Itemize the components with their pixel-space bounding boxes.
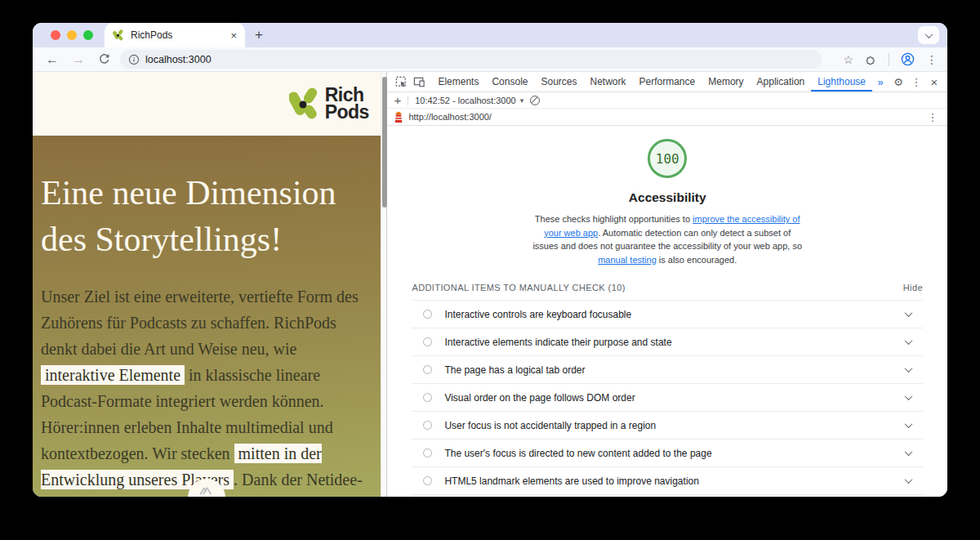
manual-check-row[interactable]: Interactive controls are keyboard focusa… (412, 301, 923, 328)
manual-check-row[interactable]: Visual order on the page follows DOM ord… (412, 384, 923, 412)
paragraph-text: Unser Ziel ist eine erweiterte, vertieft… (41, 288, 359, 358)
description-text: These checks highlight opportunities to (535, 214, 693, 224)
tab-title: RichPods (131, 29, 225, 41)
hide-link[interactable]: Hide (903, 283, 923, 292)
inspect-element-icon[interactable] (392, 72, 410, 91)
description-text: is also encouraged. (657, 255, 737, 265)
report-url: http://localhost:3000/ (408, 112, 492, 122)
manual-checks-header: ADDITIONAL ITEMS TO MANUALLY CHECK (10) (412, 283, 625, 292)
accessibility-score[interactable]: 100 (648, 139, 687, 178)
manual-check-row[interactable]: The page has a logical tab order (412, 356, 923, 384)
device-toolbar-icon[interactable] (410, 72, 428, 91)
devtools-tab-lighthouse[interactable]: Lighthouse (811, 72, 872, 91)
devtools-tab-sources[interactable]: Sources (534, 72, 583, 91)
url-text[interactable]: localhost:3000 (145, 54, 212, 65)
chevron-down-icon[interactable] (905, 337, 913, 345)
manual-check-row[interactable]: User focus is not accidentally trapped i… (412, 412, 923, 440)
devtools-panel: ElementsConsoleSourcesNetworkPerformance… (386, 72, 947, 497)
close-window-button[interactable] (51, 30, 60, 40)
session-caret-icon[interactable]: ▾ (520, 96, 524, 105)
back-button[interactable]: ← (46, 53, 59, 66)
unchecked-radio-icon (423, 449, 432, 457)
more-tabs-icon[interactable]: » (872, 76, 889, 88)
new-tab-button[interactable]: + (255, 27, 263, 47)
clear-reports-icon[interactable] (530, 96, 540, 105)
check-label: Interactive elements indicate their purp… (444, 337, 671, 348)
manual-check-row[interactable]: Interactive elements indicate their purp… (412, 328, 923, 356)
unchecked-radio-icon (423, 365, 432, 374)
check-label: The user's focus is directed to new cont… (444, 448, 711, 459)
devtools-tab-console[interactable]: Console (485, 72, 534, 91)
chevron-down-icon (924, 30, 933, 38)
page-scrollbar[interactable] (381, 72, 387, 497)
window-controls (33, 23, 105, 47)
forward-button[interactable]: → (72, 53, 85, 66)
unchecked-radio-icon (423, 337, 432, 346)
hero-paragraph: Unser Ziel ist eine erweiterte, vertieft… (41, 283, 372, 497)
lighthouse-icon (394, 111, 403, 123)
chevron-down-icon[interactable] (905, 392, 913, 400)
manual-check-row[interactable]: The user's focus is directed to new cont… (412, 440, 923, 467)
category-title: Accessibility (629, 190, 706, 205)
hero-section: Eine neue Dimension des Storytellings! U… (33, 136, 381, 497)
unchecked-radio-icon (423, 421, 432, 430)
address-bar[interactable]: localhost:3000 (120, 50, 822, 69)
logo-wordmark: Rich Pods (325, 87, 369, 121)
browser-menu-icon[interactable]: ⋮ (926, 53, 938, 66)
tab-close-icon[interactable]: × (230, 29, 237, 42)
manual-check-list: Interactive controls are keyboard focusa… (412, 300, 923, 495)
mountains-icon (198, 484, 216, 497)
devtools-tab-performance[interactable]: Performance (633, 72, 702, 91)
session-label[interactable]: 10:42:52 - localhost:3000 (415, 96, 516, 105)
chevron-down-icon[interactable] (905, 448, 913, 456)
devtools-tab-memory[interactable]: Memory (702, 72, 750, 91)
devtools-settings-gear-icon[interactable]: ⚙ (890, 76, 906, 88)
check-label: The page has a logical tab order (444, 364, 585, 376)
devtools-tab-application[interactable]: Application (751, 72, 812, 91)
devtools-close-icon[interactable]: × (926, 75, 942, 89)
minimize-window-button[interactable] (67, 30, 77, 40)
category-description: These checks highlight opportunities to … (531, 212, 804, 266)
unchecked-radio-icon (423, 476, 432, 485)
profile-avatar-icon[interactable] (901, 52, 915, 66)
manual-checks-section: ADDITIONAL ITEMS TO MANUALLY CHECK (10) … (412, 283, 923, 495)
toolbar-separator (889, 53, 889, 66)
chevron-down-icon[interactable] (905, 420, 913, 428)
richpods-logo-icon (289, 85, 322, 123)
manual-check-row[interactable]: HTML5 landmark elements are used to impr… (412, 467, 923, 495)
devtools-menu-icon[interactable]: ⋮ (908, 76, 924, 88)
reload-button[interactable] (98, 53, 110, 65)
chevron-down-icon[interactable] (905, 309, 913, 317)
richpods-favicon-icon (113, 29, 125, 42)
check-label: HTML5 landmark elements are used to impr… (444, 475, 698, 487)
chevron-down-icon[interactable] (905, 364, 913, 373)
site-info-icon[interactable] (128, 54, 140, 65)
check-label: Visual order on the page follows DOM ord… (444, 392, 635, 404)
browser-window: RichPods × + ← → localhost:3000 ☆ (33, 23, 947, 497)
maximize-window-button[interactable] (83, 30, 93, 40)
hero-heading: Eine neue Dimension des Storytellings! (41, 136, 372, 262)
tab-search-chevron-button[interactable] (918, 26, 939, 44)
unchecked-radio-icon (423, 393, 432, 402)
new-report-icon[interactable]: + (394, 93, 401, 107)
unchecked-radio-icon (423, 310, 432, 319)
description-link[interactable]: manual testing (598, 255, 657, 265)
report-url-bar: http://localhost:3000/ ⋮ (387, 109, 947, 126)
devtools-tab-elements[interactable]: Elements (431, 72, 485, 91)
browser-tab-richpods[interactable]: RichPods × (105, 23, 245, 47)
richpods-logo[interactable]: Rich Pods (289, 85, 369, 123)
lighthouse-session-bar: + 10:42:52 - localhost:3000 ▾ (387, 92, 947, 109)
check-label: User focus is not accidentally trapped i… (444, 420, 656, 431)
extensions-puzzle-icon[interactable] (865, 53, 877, 65)
highlighted-text: interaktive Elemente (41, 365, 185, 385)
devtools-tabbar-tabs: ElementsConsoleSourcesNetworkPerformance… (431, 72, 872, 91)
site-header: Rich Pods (33, 72, 381, 136)
tab-strip: RichPods × + (33, 23, 947, 47)
browser-toolbar: ← → localhost:3000 ☆ ⋮ (33, 47, 947, 72)
report-menu-icon[interactable]: ⋮ (924, 111, 941, 123)
devtools-tab-network[interactable]: Network (584, 72, 633, 91)
bookmark-star-icon[interactable]: ☆ (843, 53, 853, 66)
chevron-down-icon[interactable] (905, 475, 913, 484)
scrollbar-thumb[interactable] (382, 77, 387, 208)
devtools-tabbar: ElementsConsoleSourcesNetworkPerformance… (387, 72, 947, 92)
